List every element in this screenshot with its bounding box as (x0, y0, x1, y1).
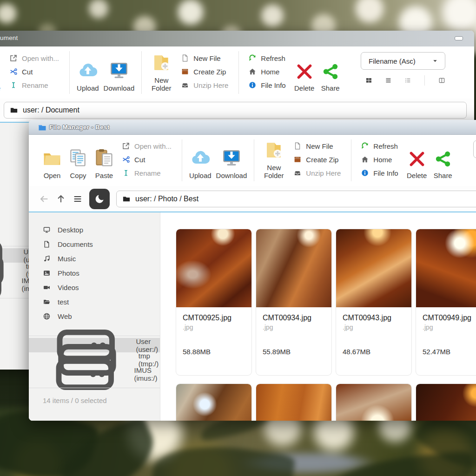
file-info-label: File Info (373, 169, 398, 177)
rename-button[interactable]: Rename (9, 81, 59, 89)
photo-thumbnail (416, 229, 476, 307)
delete-button[interactable]: Delete (404, 139, 430, 182)
refresh-label: Refresh (261, 54, 285, 62)
columns-view-icon[interactable] (438, 76, 445, 85)
file-name: CMT00943.jpg (343, 314, 405, 322)
breadcrumb[interactable]: user: / Document (4, 102, 467, 119)
scissors-icon (9, 67, 18, 76)
dark-mode-toggle[interactable] (89, 189, 110, 209)
breadcrumb-path: user: / Photo / Best (135, 195, 198, 203)
file-card[interactable] (416, 383, 476, 421)
back-arrow-icon[interactable] (39, 194, 49, 204)
download-button[interactable]: Download (101, 50, 137, 95)
new-folder-button[interactable]: New Folder (146, 50, 176, 95)
file-actions-group: New File Create Zip Unzip Here (176, 50, 234, 95)
minimize-button[interactable] (455, 36, 463, 40)
open-with-button[interactable]: Open with... (122, 142, 172, 150)
file-info-button[interactable]: File Info (248, 81, 285, 89)
folder-icon (10, 106, 18, 114)
share-button[interactable]: Share (430, 139, 456, 182)
sort-dropdown-value: Filename (Asc) (369, 57, 416, 65)
file-row: CMT00925.jpg .jpg 58.88MB CMT00934.jpg .… (176, 229, 476, 376)
paste-button[interactable]: Paste (91, 139, 117, 182)
open-button[interactable]: Open (39, 139, 65, 182)
download-label: Download (104, 84, 135, 92)
upload-label: Upload (189, 172, 212, 179)
drive-item-imus[interactable]: IMUS (imus:/) (29, 367, 160, 381)
copy-button[interactable]: Copy (65, 139, 91, 182)
paste-label: Paste (95, 172, 113, 179)
file-card[interactable]: CMT00943.jpg .jpg 48.67MB (336, 229, 412, 376)
copy-label: Copy (70, 172, 86, 179)
sidebar-item-music[interactable]: Music (29, 251, 160, 266)
new-file-icon (293, 142, 302, 150)
unzip-tray-icon (181, 81, 189, 89)
window-best: File Manager - Best Open Copy Paste Open… (29, 120, 476, 421)
new-folder-button[interactable]: New Folder (259, 139, 289, 182)
refresh-button[interactable]: Refresh (361, 142, 398, 150)
file-card[interactable] (336, 383, 412, 421)
unzip-here-button[interactable]: Unzip Here (293, 169, 341, 177)
paste-label: Paste (0, 84, 0, 92)
photo-thumbnail (256, 384, 331, 421)
hamburger-icon[interactable] (73, 194, 83, 204)
window-title: ument (0, 34, 18, 41)
file-size: 58.88MB (183, 348, 245, 356)
sidebar-item-photos[interactable]: Photos (29, 266, 160, 280)
file-card[interactable] (176, 383, 252, 421)
file-size: 55.89MB (263, 348, 325, 356)
refresh-label: Refresh (373, 142, 398, 150)
sort-dropdown[interactable]: Filename (Asc) (361, 52, 445, 70)
breadcrumb-path: user: / Document (23, 106, 79, 114)
home-button[interactable]: Home (361, 155, 398, 164)
unzip-here-button[interactable]: Unzip Here (181, 81, 228, 89)
file-card[interactable]: CMT00925.jpg .jpg 58.88MB (176, 229, 252, 376)
up-arrow-icon[interactable] (56, 194, 66, 204)
sidebar-item-desktop[interactable]: Desktop (29, 223, 160, 237)
file-info-button[interactable]: File Info (361, 169, 398, 177)
new-file-button[interactable]: New File (181, 54, 228, 62)
paste-button[interactable]: Paste (0, 50, 5, 95)
delete-label: Delete (294, 84, 314, 92)
detail-view-icon[interactable] (404, 76, 411, 85)
sidebar-item-test[interactable]: test (29, 295, 160, 309)
unzip-tray-icon (293, 169, 302, 177)
list-view-icon[interactable] (385, 76, 392, 85)
open-label: Open (44, 172, 61, 179)
home-button[interactable]: Home (248, 67, 285, 76)
upload-button[interactable]: Upload (74, 50, 101, 95)
delete-button[interactable]: Delete (291, 50, 317, 95)
create-zip-button[interactable]: Create Zip (181, 67, 228, 76)
views-separator (424, 75, 425, 86)
open-with-label: Open with... (134, 142, 172, 150)
file-grid[interactable]: CMT00925.jpg .jpg 58.88MB CMT00934.jpg .… (160, 212, 476, 421)
file-card[interactable]: CMT00949.jpg .jpg 52.47MB (416, 229, 476, 376)
grid-view-icon[interactable] (365, 76, 372, 85)
sidebar-item-documents[interactable]: Documents (29, 237, 160, 251)
file-card[interactable]: CMT00934.jpg .jpg 55.89MB (256, 229, 332, 376)
zip-box-icon (181, 67, 189, 76)
cut-label: Cut (22, 68, 33, 76)
folder-icon (122, 195, 131, 203)
refresh-button[interactable]: Refresh (248, 54, 285, 62)
titlebar[interactable]: File Manager - Best (29, 120, 476, 135)
open-with-button[interactable]: Open with... (9, 54, 59, 62)
rename-button[interactable]: Rename (122, 169, 172, 177)
cut-button[interactable]: Cut (122, 155, 172, 164)
upload-button[interactable]: Upload (187, 139, 214, 182)
view-mode-switcher (473, 164, 476, 174)
breadcrumb[interactable]: user: / Photo / Best (116, 191, 476, 207)
share-button[interactable]: Share (317, 50, 344, 95)
sort-dropdown[interactable]: Filename (Asc) (473, 140, 476, 158)
delete-label: Delete (407, 172, 427, 179)
titlebar[interactable]: ument (0, 31, 474, 46)
file-card[interactable] (256, 383, 332, 421)
view-actions-group: Refresh Home File Info (244, 50, 291, 95)
cut-button[interactable]: Cut (9, 67, 59, 76)
file-extension: .jpg (263, 324, 325, 331)
download-button[interactable]: Download (214, 139, 250, 182)
new-file-button[interactable]: New File (293, 142, 341, 150)
sidebar-item-videos[interactable]: Videos (29, 280, 160, 295)
new-file-label: New File (306, 142, 333, 150)
create-zip-button[interactable]: Create Zip (293, 155, 341, 164)
